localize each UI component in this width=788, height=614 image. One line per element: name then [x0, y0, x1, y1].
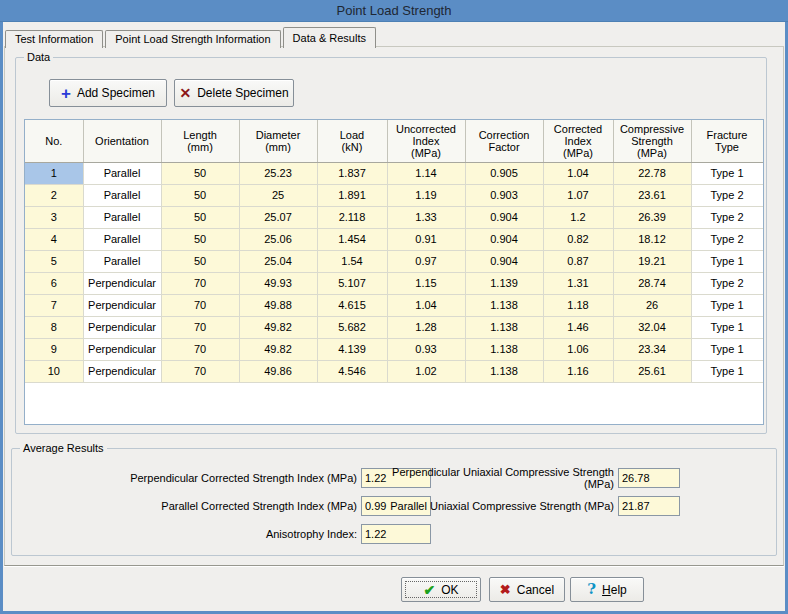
table-cell[interactable]: 0.904: [465, 250, 543, 272]
table-cell[interactable]: 1.14: [387, 162, 465, 184]
table-cell[interactable]: 1.139: [465, 272, 543, 294]
table-cell[interactable]: 0.905: [465, 162, 543, 184]
table-cell[interactable]: 49.82: [239, 338, 317, 360]
table-cell[interactable]: 50: [161, 206, 239, 228]
table-cell[interactable]: 1.07: [543, 184, 613, 206]
table-cell[interactable]: 28.74: [613, 272, 691, 294]
table-cell[interactable]: Parallel: [83, 184, 161, 206]
table-cell[interactable]: 0.97: [387, 250, 465, 272]
table-cell[interactable]: 1.2: [543, 206, 613, 228]
table-cell[interactable]: 25: [239, 184, 317, 206]
table-cell[interactable]: 1.138: [465, 360, 543, 382]
tab-test-information[interactable]: Test Information: [5, 30, 103, 48]
table-cell[interactable]: 1.54: [317, 250, 387, 272]
row-number-cell[interactable]: 1: [25, 162, 83, 184]
table-cell[interactable]: 49.88: [239, 294, 317, 316]
table-cell[interactable]: 1.04: [543, 162, 613, 184]
row-number-cell[interactable]: 9: [25, 338, 83, 360]
table-cell[interactable]: Perpendicular: [83, 316, 161, 338]
table-cell[interactable]: 25.23: [239, 162, 317, 184]
table-cell[interactable]: 1.138: [465, 316, 543, 338]
row-number-cell[interactable]: 7: [25, 294, 83, 316]
table-cell[interactable]: 50: [161, 162, 239, 184]
table-cell[interactable]: 1.19: [387, 184, 465, 206]
table-cell[interactable]: Parallel: [83, 228, 161, 250]
table-cell[interactable]: 23.34: [613, 338, 691, 360]
perpendicular-uniaxial-strength-input[interactable]: [618, 468, 680, 488]
table-cell[interactable]: 25.06: [239, 228, 317, 250]
title-bar[interactable]: Point Load Strength: [0, 0, 788, 22]
table-cell[interactable]: 1.454: [317, 228, 387, 250]
table-cell[interactable]: 18.12: [613, 228, 691, 250]
tab-data-results[interactable]: Data & Results: [283, 27, 376, 48]
table-cell[interactable]: Perpendicular: [83, 294, 161, 316]
table-cell[interactable]: 1.06: [543, 338, 613, 360]
table-cell[interactable]: Perpendicular: [83, 360, 161, 382]
table-cell[interactable]: 1.138: [465, 338, 543, 360]
table-cell[interactable]: 26: [613, 294, 691, 316]
table-cell[interactable]: 1.138: [465, 294, 543, 316]
table-cell[interactable]: Parallel: [83, 162, 161, 184]
table-cell[interactable]: 1.04: [387, 294, 465, 316]
row-number-cell[interactable]: 6: [25, 272, 83, 294]
table-cell[interactable]: Type 2: [691, 228, 763, 250]
table-cell[interactable]: 0.87: [543, 250, 613, 272]
table-cell[interactable]: Parallel: [83, 250, 161, 272]
table-cell[interactable]: 0.82: [543, 228, 613, 250]
table-cell[interactable]: Type 1: [691, 250, 763, 272]
table-cell[interactable]: 70: [161, 338, 239, 360]
table-cell[interactable]: 50: [161, 184, 239, 206]
table-cell[interactable]: 1.837: [317, 162, 387, 184]
table-cell[interactable]: 70: [161, 294, 239, 316]
table-cell[interactable]: 23.61: [613, 184, 691, 206]
table-cell[interactable]: 4.615: [317, 294, 387, 316]
table-cell[interactable]: 4.546: [317, 360, 387, 382]
table-cell[interactable]: Perpendicular: [83, 338, 161, 360]
table-cell[interactable]: 26.39: [613, 206, 691, 228]
table-cell[interactable]: 1.02: [387, 360, 465, 382]
table-cell[interactable]: 49.86: [239, 360, 317, 382]
parallel-uniaxial-strength-input[interactable]: [618, 496, 680, 516]
table-cell[interactable]: 5.682: [317, 316, 387, 338]
table-cell[interactable]: Parallel: [83, 206, 161, 228]
help-button[interactable]: ? Help: [570, 577, 644, 602]
table-cell[interactable]: 1.31: [543, 272, 613, 294]
table-cell[interactable]: 70: [161, 316, 239, 338]
table-cell[interactable]: 1.15: [387, 272, 465, 294]
table-cell[interactable]: 0.904: [465, 206, 543, 228]
table-cell[interactable]: 22.78: [613, 162, 691, 184]
table-cell[interactable]: 1.46: [543, 316, 613, 338]
table-cell[interactable]: 0.904: [465, 228, 543, 250]
table-cell[interactable]: 1.16: [543, 360, 613, 382]
table-cell[interactable]: 70: [161, 360, 239, 382]
table-cell[interactable]: Type 1: [691, 360, 763, 382]
table-cell[interactable]: 50: [161, 250, 239, 272]
table-cell[interactable]: Type 2: [691, 206, 763, 228]
table-cell[interactable]: Perpendicular: [83, 272, 161, 294]
table-cell[interactable]: 49.93: [239, 272, 317, 294]
anisotrophy-index-input[interactable]: [361, 524, 431, 544]
table-cell[interactable]: 2.118: [317, 206, 387, 228]
table-cell[interactable]: 0.903: [465, 184, 543, 206]
table-cell[interactable]: 32.04: [613, 316, 691, 338]
cancel-button[interactable]: ✖ Cancel: [489, 577, 565, 602]
table-cell[interactable]: 1.33: [387, 206, 465, 228]
table-cell[interactable]: 4.139: [317, 338, 387, 360]
table-cell[interactable]: Type 2: [691, 184, 763, 206]
row-number-cell[interactable]: 4: [25, 228, 83, 250]
table-cell[interactable]: 0.91: [387, 228, 465, 250]
table-cell[interactable]: Type 2: [691, 272, 763, 294]
table-cell[interactable]: 1.18: [543, 294, 613, 316]
table-cell[interactable]: 49.82: [239, 316, 317, 338]
row-number-cell[interactable]: 8: [25, 316, 83, 338]
table-cell[interactable]: 1.28: [387, 316, 465, 338]
table-cell[interactable]: Type 1: [691, 316, 763, 338]
tab-point-load-strength-information[interactable]: Point Load Strength Information: [105, 30, 280, 48]
delete-specimen-button[interactable]: ✕ Delete Specimen: [174, 79, 294, 107]
table-cell[interactable]: Type 1: [691, 338, 763, 360]
table-cell[interactable]: 25.61: [613, 360, 691, 382]
table-cell[interactable]: 19.21: [613, 250, 691, 272]
table-cell[interactable]: Type 1: [691, 162, 763, 184]
table-cell[interactable]: 0.93: [387, 338, 465, 360]
row-number-cell[interactable]: 2: [25, 184, 83, 206]
